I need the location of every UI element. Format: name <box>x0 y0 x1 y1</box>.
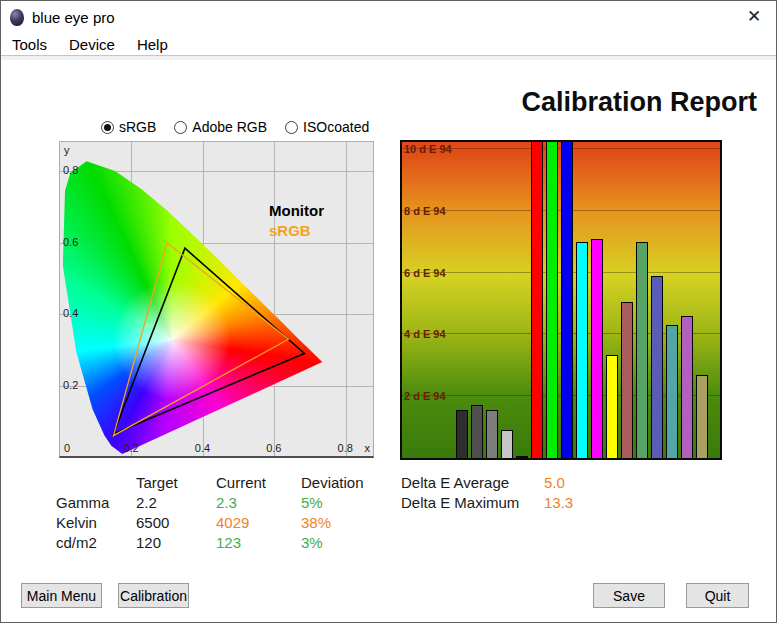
bar-green <box>546 142 558 458</box>
col-header-current: Current <box>216 474 301 491</box>
bar-cyan <box>576 242 588 458</box>
delta-e-maximum-label: Delta E Maximum <box>401 494 544 511</box>
gamut-triangles <box>60 142 375 459</box>
bar-gray <box>486 410 498 458</box>
row-label-kelvin: Kelvin <box>56 514 136 531</box>
x-axis-letter: x <box>365 442 371 454</box>
radio-isocoated[interactable]: ISOcoated <box>285 119 369 135</box>
kelvin-deviation: 38% <box>301 514 401 531</box>
bar-slate-blue <box>651 276 663 458</box>
bar-yellow <box>606 355 618 459</box>
page-title: Calibration Report <box>521 87 757 118</box>
bar-teal <box>666 325 678 458</box>
colorspace-radio-group: sRGB Adobe RGB ISOcoated <box>101 119 369 135</box>
app-window: blue eye pro ✕ Tools Device Help Calibra… <box>0 0 777 623</box>
row-label-gamma: Gamma <box>56 494 136 511</box>
cie-chromaticity-diagram: 0.20.20.40.40.60.60.80.8 y 0 x Monitor s… <box>59 141 374 458</box>
bar-dark-gray-2 <box>471 405 483 458</box>
delta-e-bar-chart: 2 d E 944 d E 946 d E 948 d E 9410 d E 9… <box>400 140 722 460</box>
radio-isocoated-label: ISOcoated <box>303 119 369 135</box>
bar-black <box>516 456 528 458</box>
origin-label: 0 <box>64 442 70 454</box>
gamma-target: 2.2 <box>136 494 216 511</box>
legend-srgb: sRGB <box>269 222 311 239</box>
kelvin-target: 6500 <box>136 514 216 531</box>
main-menu-button[interactable]: Main Menu <box>21 583 102 608</box>
cdm2-current: 123 <box>216 534 301 551</box>
window-title: blue eye pro <box>32 9 115 26</box>
radio-adobe-rgb[interactable]: Adobe RGB <box>174 119 267 135</box>
menu-bar: Tools Device Help <box>1 34 776 56</box>
save-button[interactable]: Save <box>593 583 665 608</box>
cdm2-deviation: 3% <box>301 534 401 551</box>
bar-dark-gray-1 <box>456 410 468 458</box>
menu-tools[interactable]: Tools <box>1 34 58 56</box>
radio-circle-icon <box>285 121 298 134</box>
gamma-current: 2.3 <box>216 494 301 511</box>
bar-magenta <box>591 239 603 458</box>
radio-adobe-rgb-label: Adobe RGB <box>192 119 267 135</box>
radio-srgb[interactable]: sRGB <box>101 119 156 135</box>
col-header-deviation: Deviation <box>301 474 401 491</box>
delta-e-summary: Delta E Average 5.0 Delta E Maximum 13.3 <box>401 474 614 511</box>
radio-circle-icon <box>174 121 187 134</box>
col-header-target: Target <box>136 474 216 491</box>
calibration-button[interactable]: Calibration <box>118 583 189 608</box>
gamma-deviation: 5% <box>301 494 401 511</box>
close-icon[interactable]: ✕ <box>740 5 768 29</box>
app-icon <box>10 9 24 26</box>
bar-blue <box>561 142 573 458</box>
menu-help[interactable]: Help <box>126 34 179 56</box>
title-bar[interactable]: blue eye pro ✕ <box>1 1 776 34</box>
delta-e-bars <box>456 142 708 458</box>
cdm2-target: 120 <box>136 534 216 551</box>
delta-e-maximum-value: 13.3 <box>544 494 614 511</box>
row-label-cdm2: cd/m2 <box>56 534 136 551</box>
y-axis-letter: y <box>64 144 70 156</box>
bar-orchid <box>681 316 693 458</box>
calibration-results-table: Target Current Deviation Gamma 2.2 2.3 5… <box>56 474 401 551</box>
bar-sea-green <box>636 242 648 458</box>
bar-dark-khaki <box>696 375 708 458</box>
menu-device[interactable]: Device <box>58 34 126 56</box>
kelvin-current: 4029 <box>216 514 301 531</box>
bar-red <box>531 142 543 458</box>
legend-monitor: Monitor <box>269 202 324 219</box>
bar-light-gray <box>501 430 513 458</box>
radio-circle-icon <box>101 121 114 134</box>
radio-srgb-label: sRGB <box>119 119 156 135</box>
delta-e-average-label: Delta E Average <box>401 474 544 491</box>
bar-indian-red <box>621 302 633 458</box>
delta-e-average-value: 5.0 <box>544 474 614 491</box>
quit-button[interactable]: Quit <box>686 583 749 608</box>
